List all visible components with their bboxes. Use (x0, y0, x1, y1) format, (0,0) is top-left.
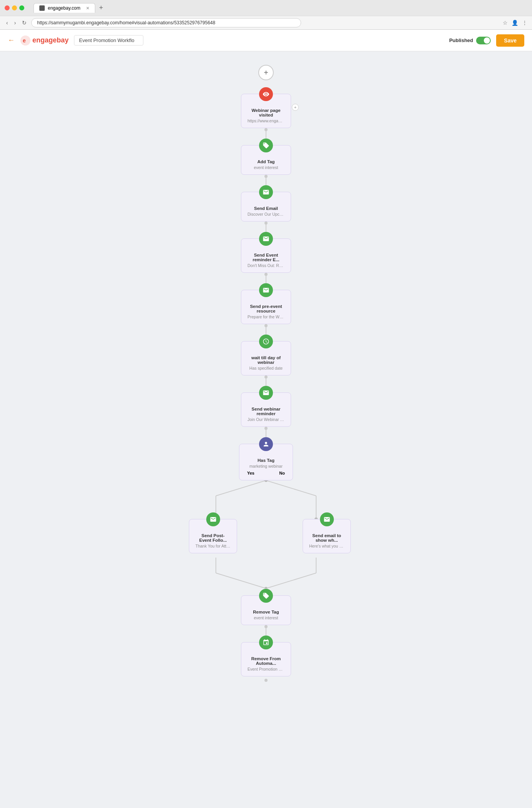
branch-yes-node: Send Post-Event Follo... Thank You for A… (189, 519, 237, 553)
back-button[interactable]: ← (8, 36, 15, 44)
forward-nav-button[interactable]: › (13, 19, 18, 27)
node-card-remove-from-automation[interactable]: Remove From Automa... Event Promotion Wo… (241, 642, 291, 676)
node-remove-tag: Remove Tag event interest (241, 595, 291, 625)
browser-dots (5, 5, 24, 10)
node-title: Send pre-event resource (247, 304, 285, 313)
person-icon (259, 437, 273, 451)
node-subtitle: https://www.engagebay.... (247, 118, 285, 123)
node-webinar-page-visited: Webinar page visited https://www.engageb… (241, 86, 291, 128)
browser-chrome: engagebay.com ✕ + ‹ › ↻ https://sammymug… (0, 0, 532, 30)
add-node-button[interactable]: + (258, 65, 274, 80)
reload-button[interactable]: ↻ (20, 19, 28, 27)
save-button[interactable]: Save (496, 34, 524, 47)
node-subtitle: Don't Miss Out: Register ... (247, 263, 285, 268)
node-subtitle: Event Promotion Workflow (247, 667, 285, 671)
svg-line-4 (266, 480, 316, 496)
gear-icon (39, 5, 45, 11)
branch-area: Send Post-Event Follo... Thank You for A… (170, 480, 362, 558)
browser-addressbar: ‹ › ↻ https://sammymugambi.engagebay.com… (0, 16, 532, 29)
published-toggle: Published (449, 37, 491, 44)
new-tab-button[interactable]: + (97, 4, 106, 12)
branch-no-label: No (279, 471, 285, 475)
node-card-send-missed-email[interactable]: Send email to show wh... Here's what you… (303, 519, 351, 553)
node-title: Send Post-Event Follo... (195, 533, 231, 543)
mail-icon-5 (206, 512, 220, 526)
mail-icon-2 (259, 232, 273, 246)
logo-text: engagebay (32, 36, 69, 44)
branch-yes-label: Yes (247, 471, 254, 475)
node-title: Webinar page visited (247, 108, 285, 117)
published-label: Published (449, 37, 473, 43)
mail-icon (259, 185, 273, 199)
svg-point-13 (264, 587, 268, 588)
node-card-remove-tag[interactable]: Remove Tag event interest (241, 595, 291, 625)
menu-button[interactable]: ⋮ (522, 20, 527, 26)
tab-close-button[interactable]: ✕ (86, 6, 89, 11)
back-nav-button[interactable]: ‹ (5, 19, 10, 27)
add-after-webinar-button[interactable]: + (292, 104, 299, 111)
app-header: ← e engagebay Published Save (0, 30, 532, 51)
node-wait-till-day: wait till day of webinar Has specified d… (241, 341, 291, 375)
end-connector (264, 676, 268, 682)
node-title: Send Event reminder E... (247, 253, 285, 262)
node-has-tag: Has Tag marketing webinar Yes No (239, 444, 293, 480)
tag-icon (259, 139, 273, 152)
logo: e engagebay (20, 35, 69, 46)
node-subtitle: Has specified date (247, 366, 285, 370)
dot-red[interactable] (5, 5, 10, 10)
branch-no-node: Send email to show wh... Here's what you… (303, 519, 351, 553)
node-send-webinar-reminder: Send webinar reminder Join Our Webinar T… (241, 392, 291, 427)
node-card-send-email-1[interactable]: Send Email Discover Our Upcoming ... (241, 192, 291, 221)
node-subtitle: Prepare for the Webinar:... (247, 314, 285, 319)
node-subtitle: event interest (247, 615, 285, 620)
node-title: wait till day of webinar (247, 355, 285, 365)
tab-bar: engagebay.com ✕ + (34, 3, 106, 13)
browser-tab[interactable]: engagebay.com ✕ (34, 3, 95, 13)
mail-icon-6 (320, 512, 334, 526)
svg-point-6 (264, 480, 268, 482)
svg-line-12 (266, 573, 316, 588)
profile-button[interactable]: 👤 (512, 20, 518, 26)
toggle-knob (484, 37, 490, 44)
node-card-add-tag[interactable]: Add Tag event interest (241, 145, 291, 175)
workflow-container: Webinar page visited https://www.engageb… (0, 86, 532, 682)
workflow-name-input[interactable] (74, 35, 143, 46)
node-card-send-event-reminder[interactable]: Send Event reminder E... Don't Miss Out:… (241, 238, 291, 273)
merge-svg (170, 558, 362, 588)
node-send-event-reminder: Send Event reminder E... Don't Miss Out:… (241, 238, 291, 273)
node-card-wait-till-day[interactable]: wait till day of webinar Has specified d… (241, 341, 291, 375)
eye-icon (259, 87, 273, 101)
node-card-send-pre-event[interactable]: Send pre-event resource Prepare for the … (241, 290, 291, 324)
node-subtitle: Join Our Webinar Today (247, 417, 285, 422)
browser-titlebar: engagebay.com ✕ + (0, 0, 532, 16)
node-subtitle: event interest (247, 165, 285, 170)
browser-icons: ☆ 👤 ⋮ (503, 20, 527, 26)
node-card-send-post-event[interactable]: Send Post-Event Follo... Thank You for A… (189, 519, 237, 553)
node-subtitle: Here's what you missed ... (309, 544, 344, 548)
svg-line-2 (216, 480, 266, 496)
node-title: Remove Tag (247, 610, 285, 614)
mail-icon-3 (259, 283, 273, 297)
gear-automation-icon (259, 636, 273, 649)
dot-yellow[interactable] (12, 5, 17, 10)
node-card-webinar[interactable]: Webinar page visited https://www.engageb… (241, 94, 291, 128)
node-title: Has Tag (246, 458, 286, 463)
bookmark-button[interactable]: ☆ (503, 20, 508, 26)
node-send-pre-event: Send pre-event resource Prepare for the … (241, 290, 291, 324)
node-subtitle: Thank You for Attending... (195, 544, 231, 548)
clock-icon (259, 335, 273, 348)
node-title: Send webinar reminder (247, 407, 285, 416)
tab-title: engagebay.com (48, 5, 81, 11)
node-card-has-tag[interactable]: Has Tag marketing webinar Yes No (239, 444, 293, 480)
published-toggle-switch[interactable] (476, 37, 491, 44)
dot-green[interactable] (19, 5, 24, 10)
node-subtitle: Discover Our Upcoming ... (247, 212, 285, 216)
mail-icon-4 (259, 386, 273, 400)
engagebay-logo-icon: e (20, 35, 31, 46)
node-title: Send email to show wh... (309, 533, 344, 543)
svg-text:e: e (23, 37, 26, 44)
address-bar[interactable]: https://sammymugambi.engagebay.com/home#… (31, 18, 301, 27)
svg-line-11 (216, 573, 266, 588)
node-card-send-webinar-reminder[interactable]: Send webinar reminder Join Our Webinar T… (241, 392, 291, 427)
node-send-email-1: Send Email Discover Our Upcoming ... (241, 192, 291, 221)
